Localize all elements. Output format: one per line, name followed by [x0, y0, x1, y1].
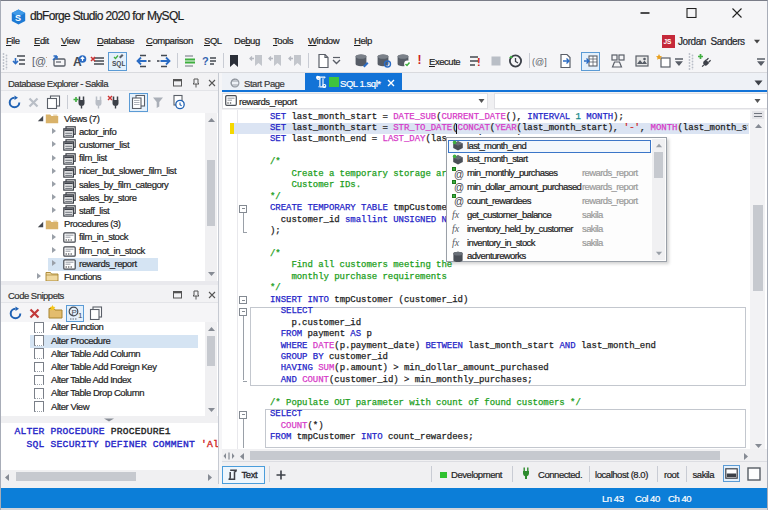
svg-text:[@]: [@] [32, 55, 47, 67]
svg-text:!: ! [477, 56, 481, 68]
svg-text:?: ? [202, 55, 209, 67]
svg-text:SQL: SQL [112, 60, 125, 68]
svg-text:P: P [72, 308, 77, 317]
svg-text:S: S [15, 13, 21, 23]
svg-text:(@]: (@] [532, 57, 547, 67]
svg-text:1: 1 [78, 311, 83, 320]
